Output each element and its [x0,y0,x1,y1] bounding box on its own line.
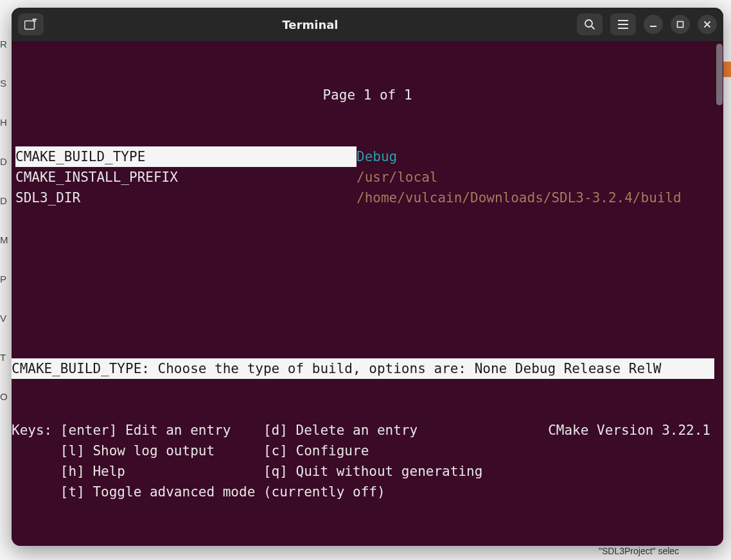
cmake-entry-row[interactable]: CMAKE_BUILD_TYPEDebug [15,146,719,167]
scrollbar[interactable] [716,41,723,546]
bg-letter: D [0,195,12,206]
titlebar-right [577,13,717,35]
maximize-icon [676,20,685,29]
keys-line: [l] Show log output [c] Configure [12,441,714,461]
bg-letter: V [0,313,12,324]
search-button[interactable] [577,13,603,35]
window-title: Terminal [49,18,572,31]
cmake-entry-row[interactable]: CMAKE_INSTALL_PREFIX/usr/local [15,167,719,188]
bg-letter: T [0,352,12,363]
bg-letter: S [0,78,12,89]
ccmake-footer: CMAKE_BUILD_TYPE: Choose the type of bui… [12,317,714,543]
keys-line-text: [l] Show log output [c] Configure [12,443,369,459]
keys-line: [h] Help [q] Quit without generating [12,461,714,482]
cmake-entry-value: /usr/local [357,167,437,188]
minimize-button[interactable] [644,15,663,34]
keys-block: Keys: [enter] Edit an entry [d] Delete a… [12,420,714,502]
keys-label-and-first: Keys: [enter] Edit an entry [d] Delete a… [12,423,418,438]
bg-letter: R [0,39,12,49]
bg-letter: P [0,274,12,284]
cmake-entry-name: CMAKE_BUILD_TYPE [15,146,357,167]
bg-letter: M [0,234,12,245]
bg-letter: O [0,391,12,402]
menu-button[interactable] [610,13,636,35]
maximize-button[interactable] [671,15,690,34]
keys-line: [t] Toggle advanced mode (currently off) [12,482,714,502]
bg-letter: D [0,156,12,167]
bg-bottom-text: "SDL3Project" selec [599,546,679,556]
menu-icon [617,20,629,29]
cmake-entry-row[interactable]: SDL3_DIR/home/vulcain/Downloads/SDL3-3.2… [15,188,719,208]
bg-orange-strip [723,62,731,77]
new-tab-icon [24,19,37,30]
page-indicator: Page 1 of 1 [15,85,719,105]
close-icon [703,20,712,29]
minimize-icon [649,20,658,29]
bg-letter: H [0,117,12,128]
keys-line-text: [t] Toggle advanced mode (currently off) [12,484,393,500]
keys-line-text: [h] Help [q] Quit without generating [12,464,482,479]
svg-point-5 [585,20,592,27]
svg-line-6 [592,26,595,30]
svg-rect-11 [678,22,683,28]
search-icon [584,19,595,30]
cmake-entry-name: SDL3_DIR [15,188,357,208]
entry-description: CMAKE_BUILD_TYPE: Choose the type of bui… [12,358,714,379]
keys-line: Keys: [enter] Edit an entry [d] Delete a… [12,420,714,441]
cmake-entry-value: /home/vulcain/Downloads/SDL3-3.2.4/build [357,188,682,208]
titlebar: Terminal [12,8,723,41]
cmake-entries: CMAKE_BUILD_TYPEDebugCMAKE_INSTALL_PREFI… [15,146,719,208]
terminal-body[interactable]: Page 1 of 1 CMAKE_BUILD_TYPEDebugCMAKE_I… [12,41,723,546]
cmake-entry-name: CMAKE_INSTALL_PREFIX [15,167,357,188]
terminal-content: Page 1 of 1 CMAKE_BUILD_TYPEDebugCMAKE_I… [12,41,723,546]
new-tab-button[interactable] [18,13,44,35]
terminal-window: Terminal [12,8,723,546]
cmake-entry-value: Debug [357,146,397,167]
svg-rect-0 [25,21,35,30]
close-button[interactable] [698,15,717,34]
cmake-version: CMake Version 3.22.1 [548,420,710,441]
scrollbar-thumb[interactable] [716,44,723,105]
bg-left-strip: RSHDDMPVTO [0,39,12,402]
